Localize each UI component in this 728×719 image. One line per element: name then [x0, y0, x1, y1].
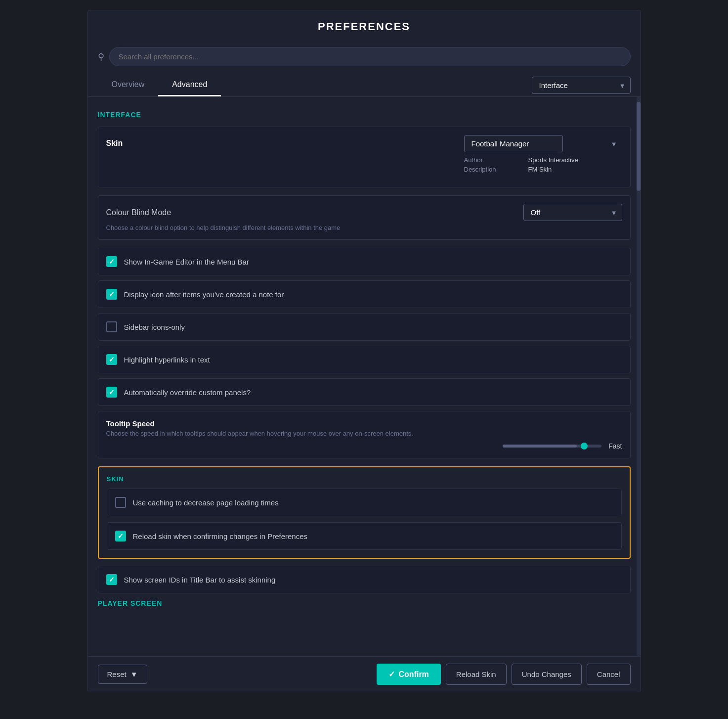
tab-overview[interactable]: Overview — [98, 74, 159, 96]
colour-blind-dropdown-wrapper: Off On ▼ — [523, 204, 622, 221]
skin-description-value: FM Skin — [528, 166, 552, 173]
checkbox-highlight-hyperlinks-box[interactable] — [106, 354, 117, 365]
skin-meta: Author Sports Interactive Description FM… — [464, 156, 622, 173]
confirm-button[interactable]: ✓ Confirm — [377, 664, 441, 685]
checkbox-display-icon[interactable]: Display icon after items you've created … — [98, 280, 631, 308]
checkbox-screen-ids[interactable]: Show screen IDs in Title Bar to assist s… — [98, 566, 631, 593]
checkbox-override-panels-label: Automatically override custom panels? — [124, 388, 251, 397]
checkbox-ingame-editor[interactable]: Show In-Game Editor in the Menu Bar — [98, 248, 631, 275]
skin-label: Skin — [106, 135, 123, 148]
footer-left: Reset ▼ — [98, 665, 147, 684]
scrollbar-track[interactable] — [637, 97, 641, 656]
tooltip-slider-track[interactable] — [503, 445, 601, 448]
checkbox-use-caching-label: Use caching to decrease page loading tim… — [133, 498, 279, 507]
tooltip-slider-label: Fast — [608, 442, 622, 450]
checkbox-screen-ids-box[interactable] — [106, 574, 117, 585]
colour-blind-dropdown[interactable]: Off On — [523, 204, 622, 221]
checkbox-highlight-hyperlinks[interactable]: Highlight hyperlinks in text — [98, 346, 631, 373]
checkbox-screen-ids-label: Show screen IDs in Title Bar to assist s… — [124, 576, 276, 584]
reload-skin-button[interactable]: Reload Skin — [446, 664, 507, 685]
skin-description-label: Description — [464, 166, 514, 173]
skin-dropdown-block: Football Manager ▼ Author Sports Interac… — [464, 135, 622, 173]
skin-author-label: Author — [464, 156, 514, 164]
search-bar: ⚲ — [88, 43, 641, 74]
checkbox-highlight-hyperlinks-label: Highlight hyperlinks in text — [124, 356, 210, 364]
checkbox-use-caching-box[interactable] — [115, 497, 126, 508]
category-dropdown[interactable]: Interface General Display Audio — [532, 77, 631, 94]
checkbox-sidebar-icons-label: Sidebar icons-only — [124, 323, 185, 331]
slider-thumb[interactable] — [581, 443, 588, 449]
skin-section-header: SKIN — [107, 475, 622, 483]
checkbox-use-caching[interactable]: Use caching to decrease page loading tim… — [107, 489, 622, 516]
search-input[interactable] — [109, 47, 631, 66]
checkbox-override-panels[interactable]: Automatically override custom panels? — [98, 378, 631, 406]
checkbox-display-icon-box[interactable] — [106, 289, 117, 300]
checkbox-sidebar-icons-box[interactable] — [106, 321, 117, 332]
checkbox-override-panels-box[interactable] — [106, 387, 117, 398]
colour-blind-card: Colour Blind Mode Off On ▼ Choose a colo… — [98, 195, 631, 240]
skin-dropdown-wrapper: Football Manager ▼ — [464, 135, 622, 152]
checkbox-reload-skin-label: Reload skin when confirming changes in P… — [133, 532, 308, 540]
interface-section-header: INTERFACE — [98, 111, 631, 119]
tooltip-title: Tooltip Speed — [106, 419, 622, 428]
skin-section-card: SKIN Use caching to decrease page loadin… — [98, 466, 631, 559]
checkbox-ingame-editor-box[interactable] — [106, 256, 117, 267]
reset-chevron-icon: ▼ — [130, 670, 138, 678]
skin-dropdown[interactable]: Football Manager — [464, 135, 563, 152]
tooltip-card: Tooltip Speed Choose the speed in which … — [98, 411, 631, 458]
skin-author-value: Sports Interactive — [528, 156, 578, 164]
checkbox-reload-skin-box[interactable] — [115, 531, 126, 541]
category-dropdown-wrapper: Interface General Display Audio ▼ — [532, 77, 631, 94]
tabs-row: Overview Advanced Interface General Disp… — [88, 74, 641, 97]
undo-changes-button[interactable]: Undo Changes — [512, 664, 582, 685]
content-area: INTERFACE Skin Football Manager ▼ Author — [88, 97, 641, 656]
footer: Reset ▼ ✓ Confirm Reload Skin Undo Chang… — [88, 656, 641, 692]
tooltip-desc: Choose the speed in which tooltips shoul… — [106, 430, 622, 437]
colour-blind-label: Colour Blind Mode — [106, 208, 171, 217]
skin-card: Skin Football Manager ▼ Author Sports In… — [98, 127, 631, 187]
reset-button-label: Reset — [107, 670, 127, 678]
footer-right: ✓ Confirm Reload Skin Undo Changes Cance… — [377, 664, 631, 685]
checkbox-reload-skin[interactable]: Reload skin when confirming changes in P… — [107, 522, 622, 550]
modal-title: PREFERENCES — [88, 10, 641, 43]
checkbox-ingame-editor-label: Show In-Game Editor in the Menu Bar — [124, 258, 249, 266]
skin-chevron-icon: ▼ — [611, 140, 617, 147]
checkbox-sidebar-icons[interactable]: Sidebar icons-only — [98, 313, 631, 341]
confirm-check-icon: ✓ — [388, 670, 395, 679]
tab-advanced[interactable]: Advanced — [158, 74, 221, 96]
checkbox-display-icon-label: Display icon after items you've created … — [124, 290, 284, 299]
search-icon: ⚲ — [98, 51, 104, 62]
reset-button[interactable]: Reset ▼ — [98, 665, 147, 684]
slider-fill — [503, 445, 577, 448]
confirm-button-label: Confirm — [399, 670, 429, 679]
colour-blind-desc: Choose a colour blind option to help dis… — [106, 224, 622, 231]
player-screen-section-header: PLAYER SCREEN — [98, 599, 631, 607]
cancel-button[interactable]: Cancel — [587, 664, 631, 685]
scrollbar-thumb[interactable] — [637, 102, 641, 191]
